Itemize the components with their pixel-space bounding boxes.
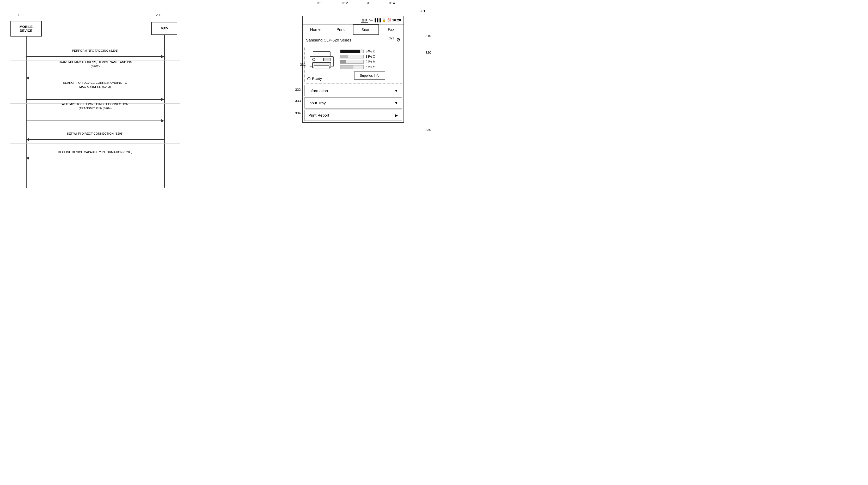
- ink-label-m: 24% M: [366, 60, 375, 64]
- print-report-arrow-icon: ▶: [395, 113, 398, 117]
- arrow-s204: [27, 120, 164, 121]
- input-tray-label: Input Tray: [308, 101, 326, 105]
- information-label: Information: [308, 88, 328, 93]
- svg-rect-5: [314, 66, 329, 69]
- device-name-text: Samsung CLP-620 Series: [306, 38, 351, 42]
- status-bar: ⊞B ᴴ₀₀ ▐▐▐ 🔒 ⏰ 16:20: [303, 16, 403, 25]
- ready-text: Ready: [312, 77, 322, 81]
- mobile-device-label: MOBILE DEVICE: [20, 25, 33, 33]
- ref-331: 331: [300, 63, 306, 66]
- ink-bar-fill-y: [340, 65, 353, 68]
- ref-311: 311: [317, 1, 323, 5]
- ink-bar-bg-c: [340, 55, 364, 58]
- step-s202-label: TRANSMIT MAC ADDRESS, DEVICE NAME, AND P…: [39, 60, 151, 68]
- ref-320: 320: [425, 51, 431, 55]
- step-s202: TRANSMIT MAC ADDRESS, DEVICE NAME, AND P…: [10, 60, 180, 82]
- step-s205: SET WI-FI DIRECT CONNECTION (S205): [10, 125, 180, 143]
- ink-bar-fill-m: [340, 60, 346, 63]
- status-icon-signal: ᴴ₀₀: [369, 19, 372, 22]
- input-tray-arrow-icon: ▼: [394, 101, 398, 105]
- svg-point-4: [313, 58, 315, 61]
- ref-314: 314: [389, 1, 395, 5]
- supplies-info-button[interactable]: Supplies Info: [354, 72, 385, 80]
- information-row[interactable]: Information ▼: [305, 85, 402, 96]
- status-icon-alarm: ⏰: [387, 18, 391, 22]
- svg-rect-0: [313, 52, 330, 56]
- ink-label-k: 84% K: [366, 50, 375, 53]
- information-arrow-icon: ▼: [394, 89, 398, 93]
- ink-bar-bg-k: [340, 50, 364, 53]
- ink-bar-fill-k: [340, 50, 360, 53]
- arrow-s201: [27, 56, 164, 57]
- ready-status: Ready: [307, 77, 336, 81]
- mfp-label: MFP: [161, 27, 167, 31]
- ink-bar-fill-c: [340, 55, 348, 58]
- tab-fax[interactable]: Fax: [379, 25, 404, 35]
- phone-screen: ⊞B ᴴ₀₀ ▐▐▐ 🔒 ⏰ 16:20 Home Print Scan Fax…: [302, 16, 404, 123]
- step-s201-label: PERFORM NFC TAGGING (S201): [39, 48, 151, 52]
- ink-row-c: 33% C: [340, 55, 399, 58]
- svg-rect-3: [323, 58, 331, 61]
- status-icon-bars: ▐▐▐: [374, 18, 381, 22]
- status-icon-nfc: ⊞B: [361, 18, 368, 23]
- ready-circle-icon: [307, 77, 310, 80]
- ref-301: 301: [420, 9, 425, 13]
- step-s203: SEARCH FOR DEVICE CORRESPONDING TOMAC AD…: [10, 82, 180, 103]
- device-name-bar: Samsung CLP-620 Series 321 ⚙: [303, 35, 403, 45]
- ink-row-k: 84% K: [340, 50, 399, 53]
- status-time: 16:20: [392, 18, 401, 22]
- tab-home[interactable]: Home: [303, 25, 328, 35]
- print-report-label: Print Report: [308, 113, 329, 117]
- tab-scan[interactable]: Scan: [353, 24, 379, 35]
- ink-label-y: 57% Y: [366, 65, 375, 69]
- mobile-device-box: MOBILE DEVICE: [10, 21, 42, 36]
- ref-313: 313: [366, 1, 371, 5]
- ink-bar-bg-y: [340, 65, 364, 69]
- step-s203-label: SEARCH FOR DEVICE CORRESPONDING TOMAC AD…: [39, 81, 151, 89]
- step-s206-label: RECEIVE DEVICE CAPABILITY INFORMATION (S…: [39, 150, 151, 154]
- ref-330: 330: [425, 128, 431, 132]
- ref-321: 321: [389, 36, 394, 40]
- ref-310: 310: [425, 34, 431, 38]
- ink-row-y: 57% Y: [340, 65, 399, 69]
- gear-icon[interactable]: ⚙: [396, 37, 400, 42]
- ref-100: 100: [18, 13, 24, 17]
- arrows-container: PERFORM NFC TAGGING (S201) TRANSMIT MAC …: [10, 42, 180, 162]
- step-s204-label: ATTEMPT TO SET WI-FI DIRECT CONNECTION(T…: [39, 102, 151, 110]
- ref-332: 332: [295, 88, 301, 92]
- arrow-s206: [27, 158, 164, 159]
- input-tray-row[interactable]: Input Tray ▼: [305, 97, 402, 109]
- printer-status-row: Ready 84% K: [307, 50, 399, 81]
- ref-333: 333: [295, 99, 301, 103]
- ink-row-m: 24% M: [340, 60, 399, 64]
- ink-levels-panel: 84% K 33% C 24% M: [340, 50, 399, 80]
- ink-label-c: 33% C: [366, 55, 375, 58]
- print-report-row[interactable]: Print Report ▶: [305, 110, 402, 121]
- mfp-box: MFP: [151, 22, 177, 35]
- ref-334: 334: [295, 111, 301, 115]
- printer-icon: Ready: [307, 50, 336, 81]
- step-s204: ATTEMPT TO SET WI-FI DIRECT CONNECTION(T…: [10, 103, 180, 125]
- ref-200: 200: [156, 13, 162, 17]
- arrow-s202: [27, 78, 164, 78]
- status-icon-lock: 🔒: [382, 18, 386, 22]
- arrow-s205: [27, 139, 164, 140]
- tab-print[interactable]: Print: [328, 25, 353, 35]
- arrow-s203: [27, 99, 164, 99]
- step-s205-label: SET WI-FI DIRECT CONNECTION (S205): [39, 131, 151, 135]
- ink-bar-bg-m: [340, 60, 364, 64]
- step-s206: RECEIVE DEVICE CAPABILITY INFORMATION (S…: [10, 143, 180, 162]
- tab-bar[interactable]: Home Print Scan Fax: [303, 25, 403, 35]
- printer-info-panel: 331: [305, 47, 402, 84]
- ref-312: 312: [342, 1, 348, 5]
- step-s201: PERFORM NFC TAGGING (S201): [10, 42, 180, 60]
